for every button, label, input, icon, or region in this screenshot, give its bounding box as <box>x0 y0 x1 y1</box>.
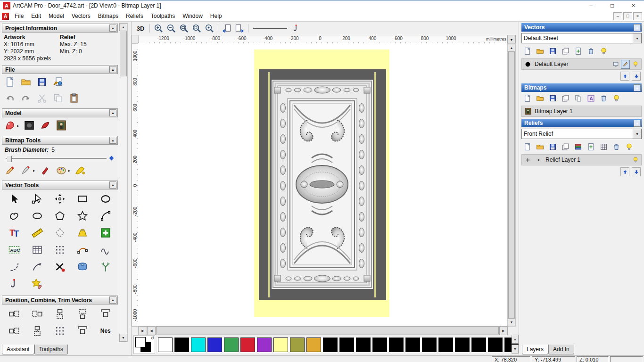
distribute-tool[interactable] <box>49 323 71 338</box>
move-layer-down-button[interactable] <box>632 72 641 81</box>
move-layer-up-button[interactable] <box>620 72 629 81</box>
new-relief-layer-button[interactable] <box>522 142 532 151</box>
menu-edit[interactable]: Edit <box>27 11 45 21</box>
slider-handle[interactable] <box>7 156 12 162</box>
merge-vector-layers-button[interactable] <box>561 46 570 56</box>
colour-palette-dropdown-caret[interactable]: ▶ <box>68 169 71 172</box>
zoom-objects-button[interactable] <box>204 23 215 33</box>
tab-add-in[interactable]: Add In <box>548 345 574 354</box>
palette-swatch-6[interactable] <box>257 337 272 352</box>
palette-swatch-10[interactable] <box>323 337 338 352</box>
swap-colours-icon[interactable]: ↺ <box>150 336 154 340</box>
add-relief-icon[interactable] <box>524 156 532 164</box>
create-polyline-tool[interactable] <box>3 208 25 223</box>
close-button[interactable]: × <box>623 0 644 11</box>
undo-button[interactable] <box>4 92 16 104</box>
tab-assistant[interactable]: Assistant <box>2 345 34 354</box>
collapse-reliefs-button[interactable]: ▲ <box>634 120 641 127</box>
palette-swatch-11[interactable] <box>339 337 354 352</box>
sheet-selector[interactable]: Default Sheet ▼ <box>521 33 642 43</box>
expand-relief-icon[interactable] <box>535 156 543 164</box>
vector-layer-row[interactable]: Default Layer <box>521 58 642 70</box>
draw-tool-button[interactable] <box>4 164 16 176</box>
bitmap-layer-row[interactable]: Bitmap Layer 1 <box>521 106 642 117</box>
assistant-scrollbar[interactable]: ▲ ▼ <box>119 23 128 342</box>
align-v-tool[interactable] <box>25 323 48 338</box>
new-bitmap-layer-button[interactable] <box>522 93 532 103</box>
mdi-minimize-button[interactable]: – <box>613 12 622 20</box>
layer-snap-icon[interactable] <box>611 60 619 68</box>
arc-fit-tool[interactable] <box>3 259 25 274</box>
primary-secondary-colour[interactable]: ↺ <box>133 335 155 354</box>
menu-vectors[interactable]: Vectors <box>68 11 94 21</box>
collapse-position-button[interactable]: ▲ <box>109 296 116 304</box>
toggle-bitmap-visibility-button[interactable] <box>611 93 621 103</box>
scroll-up-button[interactable]: ▲ <box>119 23 127 31</box>
collapse-bitmaps-button[interactable]: ▲ <box>634 84 641 91</box>
zoom-out-button[interactable] <box>165 23 177 33</box>
scrollbar-thumb[interactable] <box>156 326 499 334</box>
colour-palette-button[interactable] <box>55 164 67 176</box>
menu-reliefs[interactable]: Reliefs <box>122 11 147 21</box>
menu-file[interactable]: File <box>11 11 27 21</box>
layer-colour-swatch[interactable] <box>524 60 532 68</box>
align-centre-tool[interactable] <box>94 306 117 321</box>
extrude-tool[interactable] <box>71 259 94 274</box>
layer-edit-icon[interactable] <box>621 60 630 69</box>
menu-model[interactable]: Model <box>45 11 68 21</box>
chevron-down-icon[interactable]: ▼ <box>633 129 641 139</box>
array-copy-tool[interactable] <box>25 242 48 257</box>
select-vectors-tool[interactable] <box>3 191 25 206</box>
palette-swatch-20[interactable] <box>488 337 503 352</box>
palette-swatch-7[interactable] <box>273 337 288 352</box>
horizontal-scrollbar[interactable]: ▶ ◀ ▶ <box>138 326 508 335</box>
duplicate-relief-button[interactable] <box>586 142 595 151</box>
align-left-tool[interactable] <box>3 306 25 321</box>
chevron-down-icon[interactable]: ▼ <box>633 33 641 43</box>
paint-tool-dropdown-caret[interactable]: ▶ <box>33 169 35 172</box>
redo-button[interactable] <box>20 92 32 104</box>
block-paste-tool[interactable] <box>94 225 117 240</box>
next-view-button[interactable] <box>234 23 245 33</box>
vector-texture-tool[interactable] <box>25 276 48 291</box>
toggle-3d-view-button[interactable]: 3D <box>134 23 147 33</box>
transform-vectors-tool[interactable] <box>49 191 71 206</box>
palette-swatch-2[interactable] <box>191 337 206 352</box>
vertical-scrollbar[interactable]: ▲ ▼ <box>507 43 516 327</box>
small-brush-tool-button[interactable] <box>39 164 51 176</box>
open-vector-layer-button[interactable] <box>535 46 545 56</box>
interpolate-tool[interactable] <box>3 276 25 291</box>
delete-relief-layer-button[interactable] <box>611 142 621 151</box>
palette-swatch-17[interactable] <box>438 337 453 352</box>
align-right-tool[interactable] <box>25 306 48 321</box>
merge-bitmap-layers-button[interactable] <box>561 93 570 103</box>
scrollbar-thumb[interactable] <box>120 31 127 76</box>
menu-toolpaths[interactable]: Toolpaths <box>147 11 179 21</box>
align-h-tool[interactable] <box>3 323 25 338</box>
collapse-vector-tools-button[interactable]: ▲ <box>109 181 116 189</box>
previous-view-button[interactable] <box>221 23 232 33</box>
palette-swatch-5[interactable] <box>240 337 255 352</box>
node-editing-tool[interactable] <box>25 191 48 206</box>
copy-button[interactable] <box>52 92 64 104</box>
cut-button[interactable] <box>36 92 48 104</box>
align-bottom-tool[interactable] <box>71 306 94 321</box>
scroll-up-button[interactable]: ▲ <box>508 44 515 52</box>
flood-fill-button[interactable] <box>74 164 86 176</box>
snap-points-tool[interactable] <box>71 323 94 338</box>
relief-visibility-icon[interactable] <box>631 156 639 164</box>
scroll-down-button[interactable]: ▼ <box>119 334 127 342</box>
create-circle-tool[interactable] <box>94 191 117 206</box>
mdi-close-button[interactable]: × <box>633 12 642 20</box>
palette-swatch-8[interactable] <box>290 337 305 352</box>
drawing-canvas[interactable] <box>138 43 507 326</box>
greyscale-preview-button[interactable] <box>23 119 35 132</box>
palette-scrollbar[interactable]: ▲ ▼ <box>512 335 519 354</box>
save-bitmap-layer-button[interactable] <box>548 93 557 103</box>
maximize-button[interactable]: □ <box>602 0 623 11</box>
palette-swatch-4[interactable] <box>224 337 239 352</box>
fillet-curve-tool[interactable] <box>71 242 94 257</box>
menu-bitmaps[interactable]: Bitmaps <box>94 11 122 21</box>
smooth-curve-tool[interactable] <box>94 242 117 257</box>
open-relief-layer-button[interactable] <box>535 142 545 151</box>
